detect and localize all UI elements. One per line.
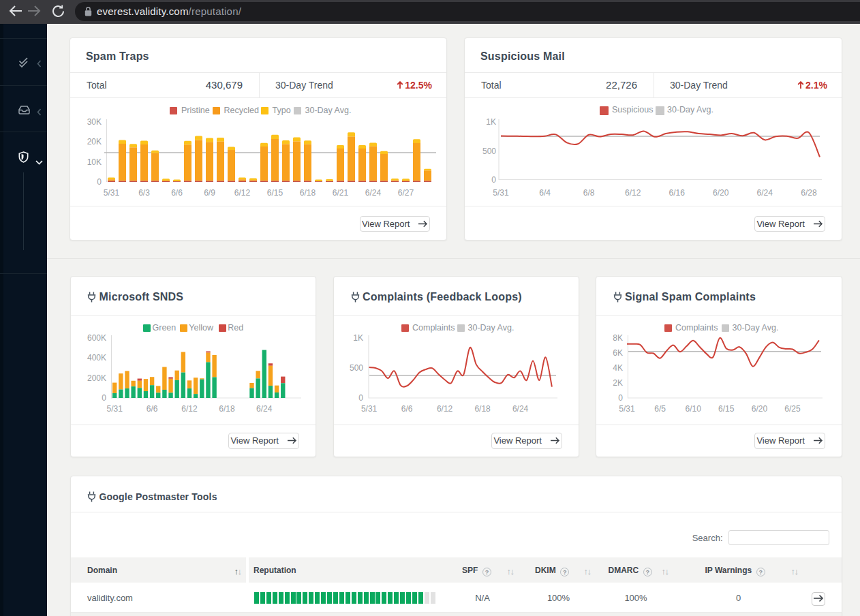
svg-text:5/31: 5/31 bbox=[619, 404, 635, 414]
svg-text:6/21: 6/21 bbox=[333, 188, 349, 198]
svg-text:0: 0 bbox=[97, 177, 102, 187]
svg-text:6/16: 6/16 bbox=[669, 188, 686, 198]
svg-text:6/10: 6/10 bbox=[686, 404, 702, 414]
svg-text:6/25: 6/25 bbox=[784, 404, 801, 414]
svg-text:6/9: 6/9 bbox=[204, 188, 215, 198]
svg-text:20K: 20K bbox=[87, 137, 102, 147]
svg-text:5/31: 5/31 bbox=[361, 404, 378, 414]
svg-text:1K: 1K bbox=[486, 117, 496, 127]
svg-text:0: 0 bbox=[491, 175, 496, 185]
svg-text:500: 500 bbox=[482, 147, 496, 156]
svg-text:2K: 2K bbox=[613, 378, 623, 388]
svg-text:6/12: 6/12 bbox=[234, 188, 251, 198]
svg-text:200K: 200K bbox=[87, 373, 106, 383]
svg-text:6K: 6K bbox=[613, 348, 623, 358]
svg-text:400K: 400K bbox=[87, 353, 106, 363]
svg-text:6/12: 6/12 bbox=[625, 188, 641, 198]
svg-text:30K: 30K bbox=[87, 117, 102, 127]
svg-text:600K: 600K bbox=[87, 333, 106, 343]
svg-text:6/8: 6/8 bbox=[583, 188, 595, 198]
svg-text:4K: 4K bbox=[613, 363, 623, 373]
svg-text:6/5: 6/5 bbox=[654, 404, 666, 414]
svg-text:6/20: 6/20 bbox=[713, 188, 729, 198]
svg-text:6/6: 6/6 bbox=[171, 188, 183, 198]
svg-text:6/6: 6/6 bbox=[401, 404, 413, 414]
svg-text:6/28: 6/28 bbox=[801, 188, 817, 198]
svg-text:6/18: 6/18 bbox=[474, 404, 491, 414]
svg-text:6/20: 6/20 bbox=[752, 404, 768, 414]
svg-text:6/4: 6/4 bbox=[539, 188, 551, 198]
svg-text:6/18: 6/18 bbox=[219, 404, 235, 414]
svg-text:1K: 1K bbox=[353, 333, 363, 343]
svg-text:8K: 8K bbox=[613, 333, 623, 343]
svg-text:5/31: 5/31 bbox=[104, 188, 120, 198]
svg-text:0: 0 bbox=[618, 393, 623, 403]
svg-text:6/24: 6/24 bbox=[757, 188, 773, 198]
svg-text:6/12: 6/12 bbox=[181, 404, 198, 414]
svg-text:10K: 10K bbox=[87, 157, 102, 167]
svg-text:6/15: 6/15 bbox=[718, 404, 735, 414]
svg-text:6/6: 6/6 bbox=[146, 404, 157, 414]
svg-text:6/15: 6/15 bbox=[267, 188, 283, 198]
svg-text:6/24: 6/24 bbox=[365, 188, 382, 198]
svg-text:0: 0 bbox=[102, 393, 106, 403]
svg-text:5/31: 5/31 bbox=[106, 404, 123, 414]
svg-text:6/18: 6/18 bbox=[300, 188, 316, 198]
svg-text:6/12: 6/12 bbox=[437, 404, 453, 414]
svg-text:0: 0 bbox=[358, 393, 363, 403]
svg-text:6/24: 6/24 bbox=[512, 404, 529, 414]
svg-text:6/24: 6/24 bbox=[256, 404, 273, 414]
svg-text:6/27: 6/27 bbox=[398, 188, 414, 198]
svg-text:5/31: 5/31 bbox=[493, 188, 509, 198]
svg-text:6/3: 6/3 bbox=[138, 188, 150, 198]
svg-text:500: 500 bbox=[350, 363, 363, 373]
